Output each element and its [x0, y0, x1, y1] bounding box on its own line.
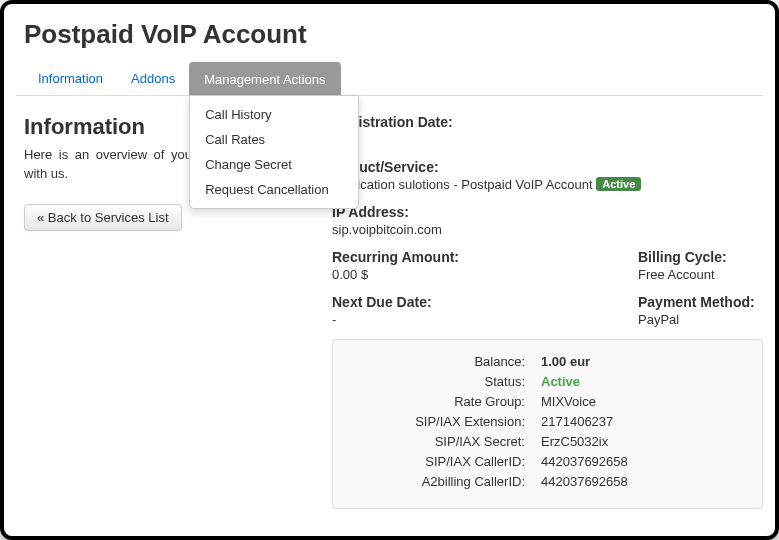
product-service-label: ProProduct/Service:	[304, 159, 763, 175]
tab-management-actions[interactable]: Management Actions	[189, 62, 340, 96]
row-recurring-cycle: Recurring Amount: 0.00 $ Billing Cycle: …	[332, 249, 763, 282]
a2billing-callerid-value: 442037692658	[541, 474, 744, 489]
account-details-well: Balance: 1.00 eur Status: Active Rate Gr…	[332, 339, 763, 509]
ip-address-value: sip.voipbitcoin.com	[332, 222, 763, 237]
billing-cycle-label: Billing Cycle:	[638, 249, 763, 265]
billing-cycle-value: Free Account	[638, 267, 763, 282]
well-row-a2billing-callerid: A2billing CallerID: 442037692658	[351, 474, 744, 489]
recurring-amount-value: 0.00 $	[332, 267, 638, 282]
tab-wrap-management: Management Actions Call History Call Rat…	[189, 62, 340, 95]
product-service-value: munication sulotions - Postpaid VoIP Acc…	[332, 177, 763, 192]
balance-label: Balance:	[351, 354, 541, 369]
callerid-value: 442037692658	[541, 454, 744, 469]
a2billing-callerid-label: A2billing CallerID:	[351, 474, 541, 489]
registration-date-value: 5	[332, 132, 763, 147]
management-dropdown: Call History Call Rates Change Secret Re…	[189, 95, 359, 209]
secret-label: SIP/IAX Secret:	[351, 434, 541, 449]
secret-value: ErzC5032ix	[541, 434, 744, 449]
row-product-service: ProProduct/Service: munication sulotions…	[332, 159, 763, 192]
well-row-callerid: SIP/IAX CallerID: 442037692658	[351, 454, 744, 469]
callerid-label: SIP/IAX CallerID:	[351, 454, 541, 469]
payment-method-label: Payment Method:	[638, 294, 763, 310]
well-row-status: Status: Active	[351, 374, 744, 389]
row-ip-address: IP Address: sip.voipbitcoin.com	[332, 204, 763, 237]
status-value: Active	[541, 374, 744, 389]
next-due-date-value: -	[332, 312, 638, 327]
dropdown-call-history[interactable]: Call History	[190, 102, 358, 127]
rate-group-label: Rate Group:	[351, 394, 541, 409]
extension-label: SIP/IAX Extension:	[351, 414, 541, 429]
dropdown-request-cancellation[interactable]: Request Cancellation	[190, 177, 358, 202]
registration-date-label: RegisRegistration Date:	[332, 114, 763, 130]
ip-address-label: IP Address:	[332, 204, 763, 220]
row-due-payment: Next Due Date: - Payment Method: PayPal	[332, 294, 763, 327]
back-to-services-button[interactable]: « Back to Services List	[24, 204, 182, 231]
tabs-bar: Information Addons Management Actions Ca…	[16, 62, 763, 96]
well-row-extension: SIP/IAX Extension: 2171406237	[351, 414, 744, 429]
well-row-balance: Balance: 1.00 eur	[351, 354, 744, 369]
page-title: Postpaid VoIP Account	[16, 19, 763, 50]
app-frame: Postpaid VoIP Account Information Addons…	[0, 0, 779, 540]
main-panel: RegisRegistration Date: 5 ProProduct/Ser…	[304, 114, 763, 509]
well-row-rate-group: Rate Group: MIXVoice	[351, 394, 744, 409]
next-due-date-label: Next Due Date:	[332, 294, 638, 310]
tab-addons[interactable]: Addons	[117, 62, 189, 95]
content-layout: Information Here is an overview of your …	[16, 114, 763, 509]
rate-group-value: MIXVoice	[541, 394, 744, 409]
dropdown-call-rates[interactable]: Call Rates	[190, 127, 358, 152]
payment-method-value: PayPal	[638, 312, 763, 327]
tab-information[interactable]: Information	[24, 62, 117, 95]
recurring-amount-label: Recurring Amount:	[332, 249, 638, 265]
row-registration-date: RegisRegistration Date: 5	[332, 114, 763, 147]
balance-value: 1.00 eur	[541, 354, 744, 369]
well-row-secret: SIP/IAX Secret: ErzC5032ix	[351, 434, 744, 449]
extension-value: 2171406237	[541, 414, 744, 429]
status-label: Status:	[351, 374, 541, 389]
status-badge: Active	[596, 177, 641, 191]
dropdown-change-secret[interactable]: Change Secret	[190, 152, 358, 177]
